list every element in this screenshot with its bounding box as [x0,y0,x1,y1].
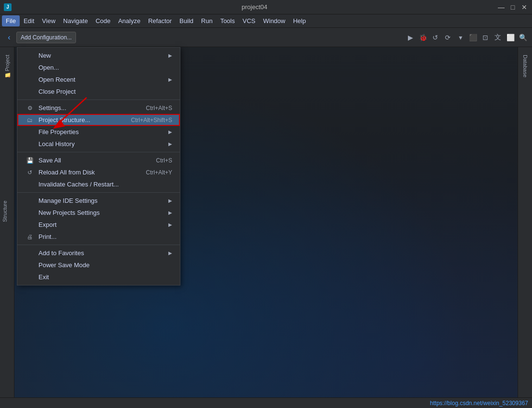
separator-3 [17,192,180,193]
project-icon[interactable]: ⊡ [480,32,491,43]
maximize-button[interactable]: □ [509,3,517,11]
layout-icon[interactable]: ⬜ [505,32,516,43]
menu-entry-settings[interactable]: ⚙ Settings... Ctrl+Alt+S [17,102,180,114]
menu-analyze[interactable]: Analyze [114,15,144,26]
menu-tools[interactable]: Tools [216,15,239,26]
reload-icon: ↺ [25,169,35,176]
coverage-icon[interactable]: ↺ [430,32,441,43]
menu-entry-export[interactable]: Export [17,219,180,231]
separator-4 [17,245,180,245]
menu-entry-print[interactable]: 🖨 Print... [17,231,180,243]
menu-entry-local-history[interactable]: Local History [17,138,180,150]
menu-vcs[interactable]: VCS [239,15,259,26]
menu-help[interactable]: Help [289,15,310,26]
menu-entry-new-projects[interactable]: New Projects Settings [17,207,180,219]
toolbar: ‹ Add Configuration... ▶ 🐞 ↺ ⟳ ▾ ⬛ ⊡ 文 ⬜… [0,28,532,47]
project-panel-label[interactable]: 📁 Project [2,51,12,83]
menu-refactor[interactable]: Refactor [144,15,176,26]
status-link[interactable]: https://blog.csdn.net/weixin_52309367 [430,400,528,407]
structure-panel-label[interactable]: Structure [0,192,10,231]
menu-edit[interactable]: Edit [20,15,38,26]
profile-icon[interactable]: ⟳ [443,32,453,43]
title-bar-title: project04 [241,3,267,11]
add-config-button[interactable]: Add Configuration... [16,32,76,43]
title-bar-controls: — □ ✕ [497,3,528,11]
close-button[interactable]: ✕ [520,3,528,11]
settings-icon: ⚙ [25,105,35,111]
title-bar: J project04 — □ ✕ [0,0,532,14]
project-structure-icon: 🗂 [25,117,35,124]
menu-entry-open[interactable]: Open... [17,62,180,74]
menu-build[interactable]: Build [176,15,197,26]
menu-file[interactable]: File [2,15,20,26]
back-icon[interactable]: ‹ [4,32,14,43]
menu-entry-close-project[interactable]: Close Project [17,86,180,98]
menu-entry-power-save[interactable]: Power Save Mode [17,259,180,271]
menu-window[interactable]: Window [259,15,289,26]
status-bar: https://blog.csdn.net/weixin_52309367 [0,397,532,408]
menu-entry-exit[interactable]: Exit [17,271,180,283]
print-icon: 🖨 [25,234,35,240]
dropdown-icon[interactable]: ▾ [455,32,466,43]
main-layout: 📁 Project New Open... Open Recent Close … [0,47,532,397]
menu-entry-file-properties[interactable]: File Properties [17,126,180,138]
search-icon[interactable]: 🔍 [518,32,528,43]
run-icon[interactable]: ▶ [405,32,416,43]
debug-icon[interactable]: 🐞 [418,32,428,43]
menu-run[interactable]: Run [197,15,216,26]
menu-entry-new[interactable]: New [17,49,180,62]
menu-entry-reload[interactable]: ↺ Reload All from Disk Ctrl+Alt+Y [17,166,180,178]
menu-navigate[interactable]: Navigate [59,15,91,26]
menu-entry-save-all[interactable]: 💾 Save All Ctrl+S [17,154,180,166]
menu-view[interactable]: View [38,15,59,26]
right-sidebar: Database [518,47,532,397]
stop-icon[interactable]: ⬛ [468,32,478,43]
menu-bar: File Edit View Navigate Code Analyze Ref… [0,14,532,28]
minimize-button[interactable]: — [497,3,505,11]
menu-entry-open-recent[interactable]: Open Recent [17,74,180,86]
menu-entry-favorites[interactable]: Add to Favorites [17,247,180,259]
menu-entry-manage-ide[interactable]: Manage IDE Settings [17,195,180,207]
translate-icon[interactable]: 文 [493,32,503,43]
save-icon: 💾 [25,157,35,164]
file-menu-dropdown: New Open... Open Recent Close Project ⚙ … [17,47,180,285]
separator-1 [17,99,180,100]
project-icon-strip: 📁 [4,73,10,79]
menu-code[interactable]: Code [92,15,114,26]
title-bar-left: J [4,3,12,11]
menu-entry-invalidate[interactable]: Invalidate Caches / Restart... [17,178,180,190]
database-panel-label[interactable]: Database [520,51,530,81]
app-icon: J [4,3,12,11]
menu-entry-project-structure[interactable]: 🗂 Project Structure... Ctrl+Alt+Shift+S [17,114,180,126]
separator-2 [17,152,180,152]
